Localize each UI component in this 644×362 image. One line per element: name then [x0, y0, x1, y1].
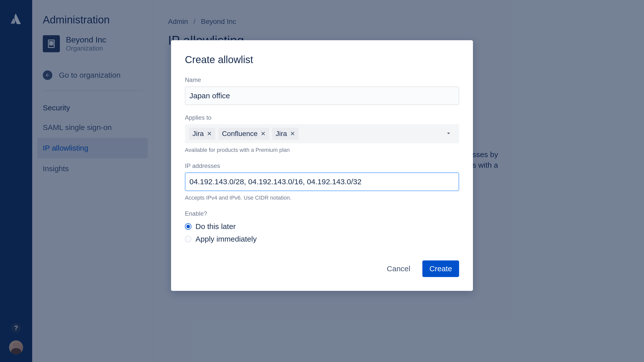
- ip-addresses-label: IP addresses: [185, 162, 459, 169]
- radio-do-this-later[interactable]: Do this later: [185, 220, 459, 233]
- radio-icon: [185, 223, 191, 230]
- name-input[interactable]: [185, 86, 459, 105]
- applies-to-label: Applies to: [185, 114, 459, 121]
- chevron-down-icon[interactable]: [445, 130, 452, 138]
- ip-addresses-input[interactable]: [185, 172, 459, 191]
- product-tag: Jira ✕: [272, 128, 299, 140]
- product-tag: Confluence ✕: [218, 128, 269, 140]
- radio-label: Do this later: [195, 222, 236, 231]
- radio-label: Apply immediately: [195, 235, 257, 243]
- enable-radio-group: Do this later Apply immediately: [185, 220, 459, 245]
- radio-icon: [185, 236, 191, 242]
- modal-overlay: Create allowlist Name Applies to Jira ✕ …: [0, 0, 644, 362]
- close-icon[interactable]: ✕: [290, 130, 295, 137]
- tag-label: Confluence: [222, 130, 258, 138]
- modal-title: Create allowlist: [185, 54, 459, 65]
- product-tag: Jira ✕: [189, 128, 215, 140]
- cancel-button[interactable]: Cancel: [380, 260, 417, 277]
- modal-footer: Cancel Create: [185, 260, 459, 277]
- applies-to-select[interactable]: Jira ✕ Confluence ✕ Jira ✕: [185, 124, 459, 143]
- ip-help: Accepts IPv4 and IPv6. Use CIDR notation…: [185, 195, 459, 201]
- create-allowlist-modal: Create allowlist Name Applies to Jira ✕ …: [171, 40, 473, 291]
- tag-label: Jira: [192, 130, 204, 138]
- name-label: Name: [185, 76, 459, 83]
- close-icon[interactable]: ✕: [207, 130, 212, 137]
- create-button[interactable]: Create: [422, 260, 459, 277]
- radio-apply-immediately[interactable]: Apply immediately: [185, 233, 459, 245]
- enable-label: Enable?: [185, 210, 459, 217]
- applies-to-help: Available for products with a Premium pl…: [185, 147, 459, 153]
- close-icon[interactable]: ✕: [261, 130, 266, 137]
- tag-label: Jira: [276, 130, 287, 138]
